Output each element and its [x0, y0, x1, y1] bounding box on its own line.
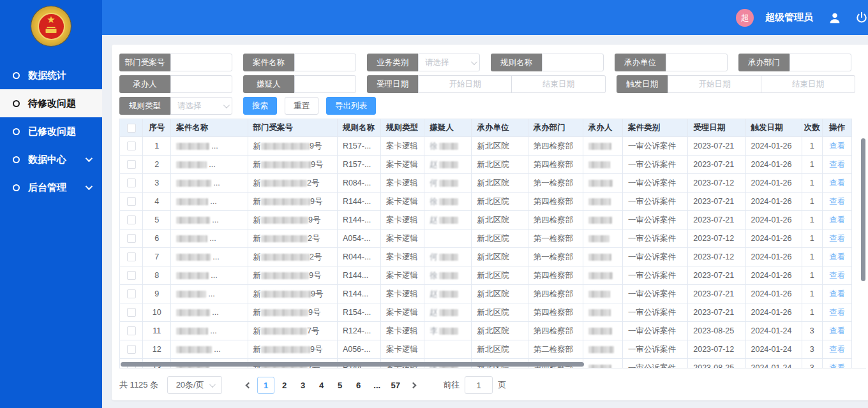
unit-cell: 新北区院 — [472, 266, 528, 285]
filter-input[interactable] — [666, 54, 728, 71]
row-checkbox[interactable] — [127, 234, 136, 243]
view-link[interactable]: 查看 — [829, 271, 845, 280]
filter-input[interactable] — [294, 54, 356, 71]
row-checkbox[interactable] — [127, 308, 136, 317]
row-checkbox[interactable] — [127, 160, 136, 169]
date-start-input[interactable]: 开始日期 — [668, 75, 761, 93]
sidebar-item-label: 数据统计 — [28, 69, 66, 82]
unit-cell: 新北区院 — [472, 322, 528, 340]
suspect-prefix: 徐 — [430, 142, 438, 150]
case-number-prefix: 新 — [253, 345, 262, 354]
filter-input[interactable] — [170, 54, 232, 71]
case-number-suffix: 9号 — [311, 160, 323, 169]
trigger-date-cell: 2024-01-26 — [745, 248, 802, 266]
view-link[interactable]: 查看 — [829, 326, 845, 335]
row-checkbox[interactable] — [127, 178, 136, 187]
redacted-suspect — [439, 143, 458, 150]
redacted-case-number — [261, 217, 308, 224]
user-icon[interactable] — [827, 10, 842, 26]
search-button[interactable]: 搜索 — [243, 97, 277, 115]
unit-cell: 新北区院 — [472, 303, 528, 322]
row-index-cell: 11 — [143, 322, 171, 340]
sidebar-item-1[interactable]: 数据统计 — [0, 61, 102, 89]
sidebar-item-label: 数据中心 — [28, 154, 66, 166]
sidebar-item-3[interactable]: 已修改问题 — [0, 117, 102, 145]
view-link[interactable]: 查看 — [829, 178, 845, 187]
avatar[interactable]: 超 — [736, 9, 754, 27]
circle-icon — [13, 100, 20, 107]
circle-icon — [13, 128, 20, 135]
row-checkbox[interactable] — [127, 345, 136, 354]
page-button[interactable]: 3 — [294, 377, 311, 394]
sidebar-item-2[interactable]: 待修改问题 — [0, 89, 102, 117]
filter-group: 规则名称 — [491, 54, 604, 71]
page-size-select[interactable]: 20条/页 — [167, 376, 222, 394]
department-cell: 第四检察部 — [528, 211, 583, 229]
table-body: 1...新9号R157-...案卡逻辑徐新北区院第四检察部一审公诉案件2023-… — [120, 137, 852, 369]
row-checkbox[interactable] — [127, 271, 136, 280]
view-link[interactable]: 查看 — [829, 197, 845, 206]
case-number-cell: 新2号 — [248, 229, 337, 248]
count-cell: 1 — [802, 248, 822, 266]
row-checkbox[interactable] — [127, 326, 136, 335]
date-end-input[interactable]: 结束日期 — [761, 75, 855, 93]
sidebar-item-5[interactable]: 后台管理 — [0, 173, 102, 201]
row-checkbox[interactable] — [127, 215, 136, 224]
filter-input[interactable] — [789, 54, 851, 71]
prev-page-button[interactable] — [240, 376, 257, 394]
case-number-cell: 新2号 — [248, 174, 337, 193]
date-end-input[interactable]: 结束日期 — [512, 75, 606, 93]
filter-label: 承办人 — [119, 75, 170, 93]
page-button[interactable]: 4 — [313, 377, 330, 394]
view-link[interactable]: 查看 — [829, 252, 845, 261]
filter-select[interactable]: 请选择 — [170, 97, 232, 115]
redacted-suspect — [439, 309, 458, 316]
action-cell: 查看 — [822, 193, 851, 211]
case-number-suffix: 9号 — [308, 215, 320, 224]
column-header: 受理日期 — [688, 119, 745, 137]
row-checkbox[interactable] — [127, 289, 136, 298]
redacted-handler — [588, 346, 614, 353]
goto-page-input[interactable] — [465, 376, 493, 394]
row-checkbox[interactable] — [127, 142, 136, 150]
power-icon[interactable] — [854, 10, 868, 26]
view-link[interactable]: 查看 — [829, 142, 845, 150]
case-number-suffix: 9号 — [308, 308, 320, 317]
procuratorate-emblem-icon: ★ — [31, 6, 71, 46]
horizontal-scrollbar[interactable] — [121, 362, 584, 367]
page-button[interactable]: 1 — [257, 377, 274, 394]
next-page-button[interactable] — [405, 376, 421, 394]
redacted-case-name — [176, 235, 207, 242]
view-link[interactable]: 查看 — [829, 215, 845, 224]
unit-cell: 新北区院 — [472, 248, 528, 266]
rule-type-cell: 案卡逻辑 — [381, 303, 424, 322]
view-link[interactable]: 查看 — [829, 345, 845, 354]
page-button[interactable]: 5 — [331, 377, 348, 394]
rule-name-cell: A056-... — [337, 340, 380, 359]
filter-group: 规则类型请选择 — [119, 97, 232, 115]
view-link[interactable]: 查看 — [829, 160, 845, 169]
reset-button[interactable]: 重置 — [285, 97, 318, 115]
row-checkbox[interactable] — [127, 252, 136, 261]
page-button[interactable]: 57 — [387, 377, 404, 394]
select-all-checkbox[interactable] — [127, 124, 136, 133]
filter-input[interactable] — [542, 54, 604, 71]
row-checkbox[interactable] — [127, 197, 136, 206]
view-link[interactable]: 查看 — [829, 234, 845, 243]
filter-input[interactable] — [294, 75, 356, 93]
date-start-input[interactable]: 开始日期 — [418, 75, 512, 93]
vertical-scrollbar[interactable] — [861, 138, 865, 281]
count-cell: 1 — [802, 266, 822, 285]
view-link[interactable]: 查看 — [829, 363, 845, 369]
page-button[interactable]: 6 — [350, 377, 367, 394]
export-button[interactable]: 导出列表 — [326, 97, 376, 115]
filter-input[interactable] — [170, 75, 232, 93]
page-button[interactable]: 2 — [276, 377, 293, 394]
view-link[interactable]: 查看 — [829, 289, 845, 298]
view-link[interactable]: 查看 — [829, 308, 845, 317]
table-row: 11...新7号R124-...案卡逻辑李新北区院第四检察部一审公诉案件2023… — [120, 322, 852, 340]
row-select-cell — [120, 248, 143, 266]
filter-select[interactable]: 请选择 — [418, 54, 480, 71]
column-header: 规则名称 — [337, 119, 380, 137]
sidebar-item-4[interactable]: 数据中心 — [0, 145, 102, 173]
